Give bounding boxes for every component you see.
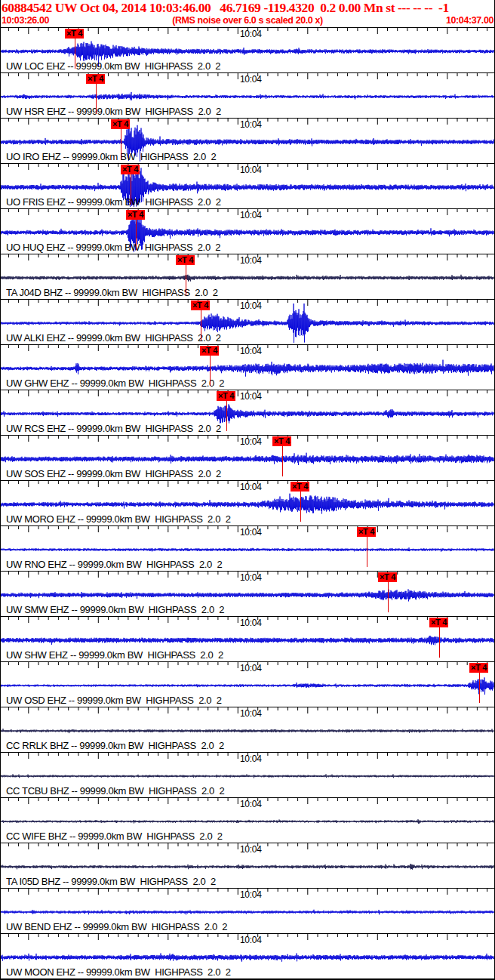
trace-row: 10:04 ×T 4 UO IRO EHZ -- 99999.0km BW HI… [1,118,494,163]
station-label: UW RNO EHZ -- 99999.0km BW HIGHPASS 2.0 … [6,559,222,570]
pick-flag[interactable]: ×T 4 [378,572,397,582]
seismogram-waveform [1,636,494,645]
time-tick-label: 10:04 [240,754,262,764]
pick-flag[interactable]: ×T 4 [65,29,84,39]
trace-row: 10:04 ×T 4 UW RCS EHZ -- 99999.0km BW HI… [1,390,494,435]
seismogram-waveform [1,774,494,778]
trace-row: 10:04 ×T 4 UW GHW EHZ -- 99999.0km BW HI… [1,344,494,390]
pick-flag[interactable]: ×T 4 [217,391,235,401]
trace-row: 10:04 TA I05D BHZ -- 99999.0km BW HIGHPA… [1,843,494,888]
pick-flag[interactable]: ×T 4 [357,527,376,537]
seismogram-waveform [1,864,494,870]
pick-flag[interactable]: ×T 4 [429,618,448,627]
pick-flag[interactable]: ×T 4 [191,300,210,310]
time-tick-label: 10:04 [240,573,262,583]
station-label: CC TCBU BHZ -- 99999.0km BW HIGHPASS 2.0… [6,786,224,797]
seismogram-waveform [1,729,494,733]
station-label: UW ALKI EHZ -- 99999.0km BW HIGHPASS 2.0… [6,333,221,344]
station-label: UW GHW EHZ -- 99999.0km BW HIGHPASS 2.0 … [6,378,224,389]
pick-time-line [121,128,121,159]
pick-flag[interactable]: ×T 4 [111,119,130,129]
pick-time-line [479,672,480,703]
pick-time-line [226,400,227,431]
pick-flag[interactable]: ×T 4 [200,346,219,356]
seismogram-waveform [1,954,494,962]
trace-row: 10:04 UW BEND EHZ -- 99999.0km BW HIGHPA… [1,888,494,933]
station-label: UW SMW EHZ -- 99999.0km BW HIGHPASS 2.0 … [6,605,224,615]
time-tick-label: 10:04 [240,845,262,855]
pick-time-line [96,83,97,114]
seismogram-waveform [1,453,494,465]
window-start-time: 10:03:26.00 [2,15,49,26]
trace-row: 10:04 ×T 4 UW OSD EHZ -- 99999.0km BW HI… [1,661,494,707]
time-tick-label: 10:04 [240,392,262,402]
pick-time-line [282,445,283,476]
rms-scale-note: (RMS noise over 6.0 s scaled 20.0 x) [172,15,323,26]
station-label: UW SHW EHZ -- 99999.0km BW HIGHPASS 2.0 … [6,650,223,661]
pick-flag[interactable]: ×T 4 [121,165,140,174]
pick-time-line [75,38,75,69]
time-tick-label: 10:04 [240,890,262,900]
station-label: UO HUQ EHZ -- 99999.0km BW HIGHPASS 2.0 … [6,242,220,253]
pick-flag[interactable]: ×T 4 [291,482,309,492]
pick-time-line [367,536,367,567]
station-label: UO FRIS EHZ -- 99999.0km BW HIGHPASS 2.0… [6,197,221,208]
time-tick-label: 10:04 [240,75,262,85]
trace-row: 10:04 ×T 4 UW HSR EHZ -- 99999.0km BW HI… [1,72,494,118]
time-tick-label: 10:04 [240,437,262,447]
trace-row: 10:04 ×T 4 UW MORO EHZ -- 99999.0km BW H… [1,480,494,525]
seismogram-waveform [1,275,494,282]
station-label: UW LOC EHZ -- 99999.0km BW HIGHPASS 2.0 … [6,61,220,72]
pick-time-line [300,491,301,522]
station-label: TA I05D BHZ -- 99999.0km BW HIGHPASS 2.0… [6,877,216,887]
pick-time-line [186,264,186,295]
pick-flag[interactable]: ×T 4 [272,436,291,446]
time-tick-label: 10:04 [240,347,262,356]
seismogram-waveform [1,494,494,514]
seismogram-waveform [1,92,494,100]
trace-row: 10:04 CC TCBU BHZ -- 99999.0km BW HIGHPA… [1,752,494,797]
pick-time-line [210,355,211,386]
time-tick-label: 10:04 [240,664,262,673]
trace-row: 10:04 CC WIFE BHZ -- 99999.0km BW HIGHPA… [1,797,494,843]
time-tick-label: 10:04 [240,800,262,809]
trace-row: 10:04 ×T 4 UW RNO EHZ -- 99999.0km BW HI… [1,525,494,571]
window-end-time: 10:04:37.00 [446,15,493,26]
pick-time-line [201,310,201,341]
event-header: 60884542 UW Oct 04, 2014 10:03:46.00 46.… [1,0,494,27]
station-label: UW MORO EHZ -- 99999.0km BW HIGHPASS 2.0… [6,514,231,525]
time-tick-label: 10:04 [240,120,262,130]
time-tick-label: 10:04 [240,256,262,266]
station-label: UW MOON EHZ -- 99999.0km BW HIGHPASS 2.0… [6,967,231,978]
pick-flag[interactable]: ×T 4 [469,663,488,673]
pick-flag[interactable]: ×T 4 [86,74,105,84]
pick-flag[interactable]: ×T 4 [176,255,195,265]
seismogram-waveform [1,677,494,695]
time-tick-label: 10:04 [240,211,262,220]
station-label: UW HSR EHZ -- 99999.0km BW HIGHPASS 2.0 … [6,106,221,117]
seismogram-waveform [1,910,494,915]
seismogram-waveform [1,547,494,552]
trace-row: 10:04 ×T 4 UW SOS EHZ -- 99999.0km BW HI… [1,435,494,480]
pick-time-line [388,581,389,612]
station-label: UW OSD EHZ -- 99999.0km BW HIGHPASS 2.0 … [6,695,222,706]
trace-row: 10:04 CC RRLK BHZ -- 99999.0km BW HIGHPA… [1,707,494,752]
time-tick-label: 10:04 [240,482,262,492]
seismic-waveform-viewer: 60884542 UW Oct 04, 2014 10:03:46.00 46.… [0,0,495,980]
time-tick-label: 10:04 [240,709,262,719]
event-summary: 60884542 UW Oct 04, 2014 10:03:46.00 46.… [2,0,495,16]
time-tick-label: 10:04 [240,528,262,538]
station-label: CC WIFE BHZ -- 99999.0km BW HIGHPASS 2.0… [6,831,223,842]
trace-row: 10:04 ×T 4 UO FRIS EHZ -- 99999.0km BW H… [1,163,494,208]
time-tick-label: 10:04 [240,618,262,628]
trace-row: 10:04 ×T 4 UW SHW EHZ -- 99999.0km BW HI… [1,616,494,661]
station-label: CC RRLK BHZ -- 99999.0km BW HIGHPASS 2.0… [6,741,224,751]
seismogram-waveform [1,819,494,824]
time-tick-label: 10:04 [240,165,262,175]
pick-flag[interactable]: ×T 4 [126,210,145,220]
station-label: UW SOS EHZ -- 99999.0km BW HIGHPASS 2.0 … [6,469,221,479]
trace-row: 10:04 UW MOON EHZ -- 99999.0km BW HIGHPA… [1,933,494,978]
station-label: UW BEND EHZ -- 99999.0km BW HIGHPASS 2.0… [6,922,227,932]
time-tick-label: 10:04 [240,935,262,945]
seismogram-waveform [1,360,494,377]
